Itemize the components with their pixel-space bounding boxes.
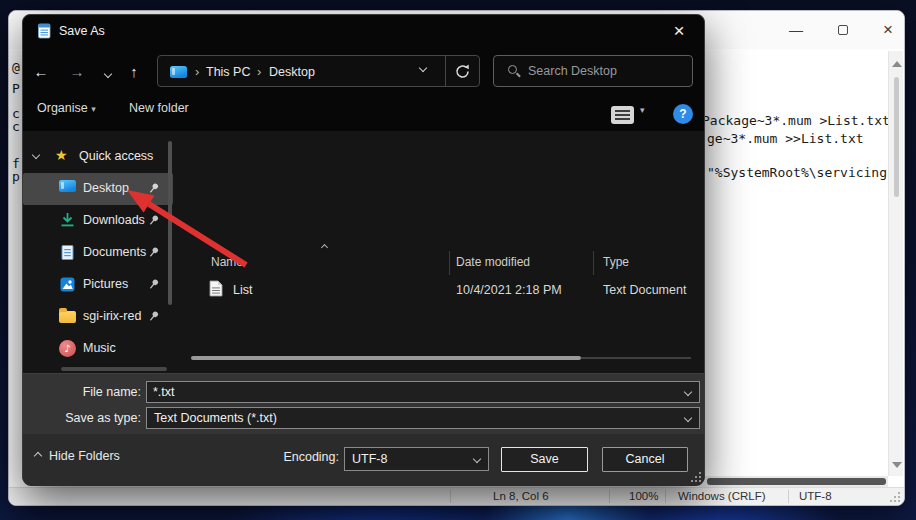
- scrollbar-thumb[interactable]: [894, 77, 899, 197]
- column-divider[interactable]: [449, 251, 450, 275]
- sidebar-item-label: Documents: [83, 245, 146, 259]
- dialog-footer: Hide Folders Encoding: UTF-8 Save Cancel: [23, 434, 704, 486]
- pin-icon: [147, 214, 160, 227]
- search-box[interactable]: [493, 55, 693, 87]
- notepad-text-fragment: p: [12, 168, 20, 186]
- sort-ascending-icon: [321, 244, 328, 251]
- sidebar-scrollbar[interactable]: [168, 141, 172, 305]
- scrollbar-track[interactable]: [581, 357, 691, 359]
- sidebar-group-quick-access[interactable]: ★ Quick access: [23, 141, 173, 173]
- file-fields-panel: File name: Save as type: Text Documents …: [23, 373, 704, 434]
- downloads-icon: [59, 212, 76, 229]
- quick-access-label: Quick access: [79, 149, 153, 163]
- notepad-text-fragment: @: [12, 59, 20, 77]
- sidebar-horizontal-scrollbar[interactable]: [61, 367, 167, 371]
- star-icon: ★: [55, 147, 68, 163]
- scrollbar-thumb[interactable]: [707, 478, 886, 485]
- sidebar-item-label: Music: [83, 341, 116, 355]
- notepad-vertical-scrollbar[interactable]: [888, 51, 903, 476]
- pin-icon: [147, 278, 160, 291]
- music-icon: ♪: [59, 340, 76, 357]
- column-header-name[interactable]: Name: [211, 255, 243, 269]
- refresh-icon[interactable]: [454, 63, 471, 80]
- search-input[interactable]: [528, 56, 688, 86]
- back-button[interactable]: ←: [28, 59, 54, 85]
- encoding-label: Encoding:: [263, 450, 339, 464]
- sidebar-item-downloads[interactable]: Downloads: [23, 205, 173, 237]
- resize-grip[interactable]: [890, 492, 900, 502]
- sidebar-item-label: sgi-irix-red: [83, 309, 141, 323]
- chevron-down-icon[interactable]: [684, 388, 692, 396]
- scroll-up-icon[interactable]: [892, 61, 902, 67]
- hide-folders-button[interactable]: Hide Folders: [33, 449, 120, 463]
- column-divider[interactable]: [593, 251, 594, 275]
- history-dropdown-button[interactable]: [95, 59, 121, 85]
- chevron-down-icon[interactable]: [473, 455, 481, 463]
- pin-icon: [147, 246, 160, 259]
- pin-icon: [147, 182, 160, 195]
- sidebar-item-label: Desktop: [83, 181, 129, 195]
- breadcrumb-separator: ›: [195, 64, 199, 79]
- chevron-down-icon[interactable]: [32, 151, 40, 159]
- view-options-icon[interactable]: [611, 106, 634, 124]
- divider: [665, 490, 666, 503]
- divider: [450, 490, 451, 503]
- scroll-down-icon[interactable]: [892, 462, 902, 468]
- dialog-title: Save As: [59, 24, 105, 38]
- new-folder-button[interactable]: New folder: [129, 101, 189, 115]
- view-dropdown-icon[interactable]: ▾: [640, 105, 645, 115]
- save-as-type-select[interactable]: Text Documents (*.txt): [146, 407, 700, 429]
- save-as-dialog: Save As × ← → ↑ › This PC › Desktop Orga…: [22, 14, 705, 485]
- sidebar-item-documents[interactable]: Documents: [23, 237, 173, 269]
- chevron-down-icon[interactable]: [684, 414, 692, 422]
- search-icon: [508, 65, 517, 74]
- minimize-button[interactable]: —: [785, 21, 807, 39]
- notepad-text-line: ge~3*.mum >>List.txt: [707, 130, 864, 148]
- resize-grip[interactable]: [691, 472, 703, 484]
- notepad-text-fragment: P: [12, 80, 20, 98]
- documents-icon: [59, 244, 76, 261]
- forward-button[interactable]: →: [64, 59, 90, 85]
- pictures-icon: [59, 276, 76, 293]
- encoding-select[interactable]: UTF-8: [344, 447, 489, 471]
- notepad-status-bar: Ln 8, Col 6 100% Windows (CRLF) UTF-8: [9, 487, 904, 505]
- date-modified-cell: 10/4/2021 2:18 PM: [456, 283, 562, 297]
- encoding-value: UTF-8: [352, 452, 387, 466]
- save-button[interactable]: Save: [501, 447, 588, 472]
- close-icon[interactable]: ×: [666, 18, 692, 44]
- notepad-icon: [36, 23, 52, 39]
- save-as-type-label: Save as type:: [43, 411, 141, 425]
- sidebar-item-desktop[interactable]: Desktop: [23, 173, 173, 205]
- breadcrumb-desktop[interactable]: Desktop: [269, 65, 315, 79]
- close-button[interactable]: ×: [877, 21, 899, 39]
- file-list-horizontal-scrollbar[interactable]: [191, 356, 581, 360]
- notepad-text-line: Package~3*.mum >List.txt: [702, 112, 890, 130]
- sidebar-item-sgi-irix-red[interactable]: sgi-irix-red: [23, 301, 173, 333]
- breadcrumb-this-pc[interactable]: This PC: [206, 65, 250, 79]
- maximize-button[interactable]: [838, 25, 848, 35]
- file-name-cell[interactable]: List: [233, 283, 252, 297]
- divider: [609, 490, 610, 503]
- address-dropdown-icon[interactable]: [420, 60, 426, 74]
- type-cell: Text Document: [603, 283, 686, 297]
- column-header-type[interactable]: Type: [603, 255, 629, 269]
- sidebar-item-music[interactable]: ♪ Music: [23, 333, 173, 365]
- breadcrumb-separator: ›: [257, 64, 261, 79]
- address-bar[interactable]: › This PC › Desktop: [157, 55, 480, 87]
- pin-icon: [147, 310, 160, 323]
- notepad-horizontal-scrollbar[interactable]: [699, 476, 888, 487]
- cancel-button[interactable]: Cancel: [602, 447, 688, 472]
- desktop-icon: [59, 180, 76, 192]
- up-button[interactable]: ↑: [121, 59, 147, 85]
- encoding-status: UTF-8: [799, 490, 832, 502]
- folder-icon: [59, 311, 76, 323]
- file-name-combobox[interactable]: [146, 381, 700, 403]
- sidebar-item-pictures[interactable]: Pictures: [23, 269, 173, 301]
- zoom-level[interactable]: 100%: [629, 490, 658, 502]
- help-button[interactable]: ?: [673, 104, 693, 124]
- sidebar-item-label: Pictures: [83, 277, 128, 291]
- file-name-input[interactable]: [153, 382, 673, 402]
- organise-menu[interactable]: Organise ▾: [37, 101, 96, 115]
- column-header-date-modified[interactable]: Date modified: [456, 255, 530, 269]
- file-name-label: File name:: [43, 385, 141, 399]
